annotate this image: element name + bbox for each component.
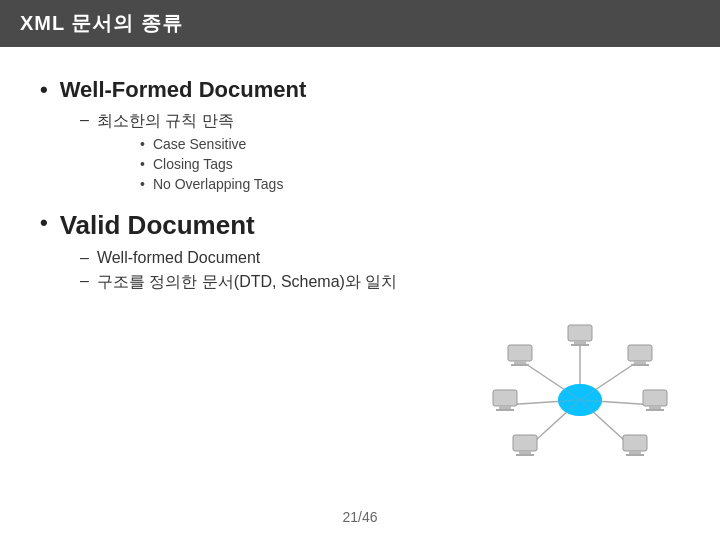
svg-rect-8: [568, 325, 592, 341]
svg-rect-17: [623, 435, 647, 451]
well-formed-heading: • Well-Formed Document: [40, 77, 680, 103]
closing-tags-text: Closing Tags: [153, 156, 233, 172]
slide-title: XML 문서의 종류: [20, 12, 183, 34]
well-formed-sub: – 최소한의 규칙 만족 • Case Sensitive • Closing …: [80, 111, 680, 192]
structure-doc-text: 구조를 정의한 문서(DTD, Schema)와 일치: [97, 272, 397, 293]
header-bar: XML 문서의 종류: [0, 0, 720, 47]
svg-rect-28: [511, 364, 529, 366]
slide: XML 문서의 종류 • Well-Formed Document – 최소한의…: [0, 0, 720, 540]
svg-rect-25: [496, 409, 514, 411]
svg-rect-18: [629, 451, 641, 454]
network-svg: [480, 320, 680, 480]
min-rules-label: 최소한의 규칙 만족: [97, 111, 234, 132]
svg-rect-20: [513, 435, 537, 451]
svg-rect-23: [493, 390, 517, 406]
small-dot-3: •: [140, 176, 145, 192]
svg-rect-15: [649, 406, 661, 409]
svg-rect-22: [516, 454, 534, 456]
small-dot-2: •: [140, 156, 145, 172]
well-formed-label: Well-Formed Document: [60, 77, 307, 103]
valid-label: Valid Document: [60, 210, 255, 241]
slide-content: • Well-Formed Document – 최소한의 규칙 만족 • Ca…: [0, 47, 720, 341]
svg-rect-27: [514, 361, 526, 364]
svg-rect-14: [643, 390, 667, 406]
svg-rect-26: [508, 345, 532, 361]
dash-line-1: – 최소한의 규칙 만족: [80, 111, 680, 132]
svg-rect-16: [646, 409, 664, 411]
dash-icon-2: –: [80, 249, 89, 267]
svg-rect-12: [634, 361, 646, 364]
bullet-case-sensitive: • Case Sensitive: [140, 136, 680, 152]
svg-rect-11: [628, 345, 652, 361]
section-valid: • Valid Document – Well-formed Document …: [40, 210, 680, 293]
well-formed-doc-text: Well-formed Document: [97, 249, 260, 267]
bullet-closing-tags: • Closing Tags: [140, 156, 680, 172]
bullet-no-overlapping: • No Overlapping Tags: [140, 176, 680, 192]
svg-point-29: [558, 384, 602, 416]
svg-rect-13: [631, 364, 649, 366]
svg-rect-9: [574, 341, 586, 344]
valid-dash-2: – 구조를 정의한 문서(DTD, Schema)와 일치: [80, 272, 680, 293]
small-dot-1: •: [140, 136, 145, 152]
bullet-dot-2: •: [40, 210, 48, 236]
valid-dash-1: – Well-formed Document: [80, 249, 680, 267]
section-well-formed: • Well-Formed Document – 최소한의 규칙 만족 • Ca…: [40, 77, 680, 192]
svg-rect-19: [626, 454, 644, 456]
valid-sub-items: – Well-formed Document – 구조를 정의한 문서(DTD,…: [80, 249, 680, 293]
svg-rect-10: [571, 344, 589, 346]
valid-heading: • Valid Document: [40, 210, 680, 241]
case-sensitive-text: Case Sensitive: [153, 136, 246, 152]
page-number: 21/46: [342, 509, 377, 525]
dash-icon-3: –: [80, 272, 89, 290]
svg-rect-21: [519, 451, 531, 454]
network-diagram: [480, 320, 680, 480]
sub-bullets: • Case Sensitive • Closing Tags • No Ove…: [140, 136, 680, 192]
no-overlapping-text: No Overlapping Tags: [153, 176, 283, 192]
svg-rect-24: [499, 406, 511, 409]
bullet-dot-1: •: [40, 77, 48, 103]
dash-icon-1: –: [80, 111, 89, 129]
